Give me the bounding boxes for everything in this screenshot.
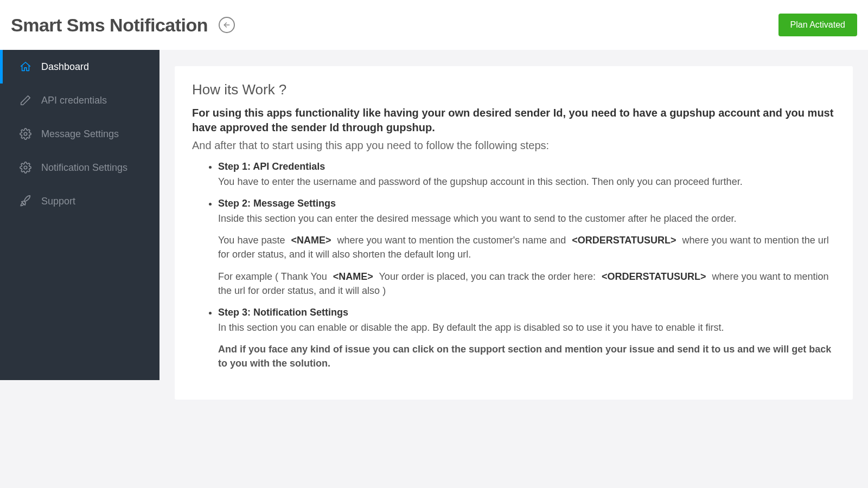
sidebar-item-label: Support [41,196,75,207]
sidebar-item-label: API credentials [41,95,107,106]
step-item: Step 1: API Credentials You have to ente… [218,159,835,189]
step-text: In this section you can enable or disabl… [218,320,835,335]
step-text: For example ( Thank You <NAME> Your orde… [218,269,835,298]
gear-icon [20,162,31,174]
step-title: Step 3: Notification Settings [218,305,835,319]
how-it-works-card: How its Work ? For using this apps funct… [175,66,853,400]
svg-point-2 [24,166,27,169]
card-title: How its Work ? [192,81,835,98]
step-item: Step 2: Message Settings Inside this sec… [218,196,835,298]
steps-list: Step 1: API Credentials You have to ente… [192,159,835,370]
support-note: And if you face any kind of issue you ca… [218,342,835,370]
intro-paragraph-sub: And after that to start using this app y… [192,139,835,152]
back-button[interactable] [219,17,235,33]
sidebar-item-dashboard[interactable]: Dashboard [0,50,159,84]
gear-icon [20,128,31,140]
step-title: Step 1: API Credentials [218,159,835,174]
sidebar-item-message-settings[interactable]: Message Settings [0,117,159,151]
rocket-icon [20,195,31,207]
svg-point-1 [24,132,27,136]
sidebar-item-label: Notification Settings [41,162,127,174]
name-placeholder: <NAME> [330,271,376,282]
arrow-left-icon [222,21,231,29]
orderstatusurl-placeholder: <ORDERSTATUSURL> [569,235,679,246]
step-text: Inside this section you can enter the de… [218,211,835,226]
home-icon [20,61,31,73]
step-body: In this section you can enable or disabl… [218,320,835,370]
app-title: Smart Sms Notification [11,15,208,36]
main-content: How its Work ? For using this apps funct… [159,50,868,488]
app-header: Smart Sms Notification Plan Activated [0,0,868,50]
step-item: Step 3: Notification Settings In this se… [218,305,835,370]
pencil-icon [20,94,31,106]
body-wrap: Dashboard API credentials Message Settin… [0,50,868,488]
sidebar-item-api-credentials[interactable]: API credentials [0,84,159,117]
name-placeholder: <NAME> [288,235,334,246]
sidebar-item-label: Message Settings [41,129,119,140]
sidebar-item-notification-settings[interactable]: Notification Settings [0,151,159,184]
orderstatusurl-placeholder: <ORDERSTATUSURL> [598,271,709,282]
sidebar-item-support[interactable]: Support [0,184,159,218]
step-text: You have to enter the username and passw… [218,175,835,189]
step-text: You have paste <NAME> where you want to … [218,233,835,261]
intro-paragraph-bold: For using this apps functionality like h… [192,106,835,135]
step-body: Inside this section you can enter the de… [218,211,835,297]
sidebar: Dashboard API credentials Message Settin… [0,50,159,380]
step-title: Step 2: Message Settings [218,196,835,210]
sidebar-item-label: Dashboard [41,61,89,73]
header-left: Smart Sms Notification [11,15,235,36]
plan-activated-badge[interactable]: Plan Activated [778,14,857,36]
step-body: You have to enter the username and passw… [218,175,835,189]
